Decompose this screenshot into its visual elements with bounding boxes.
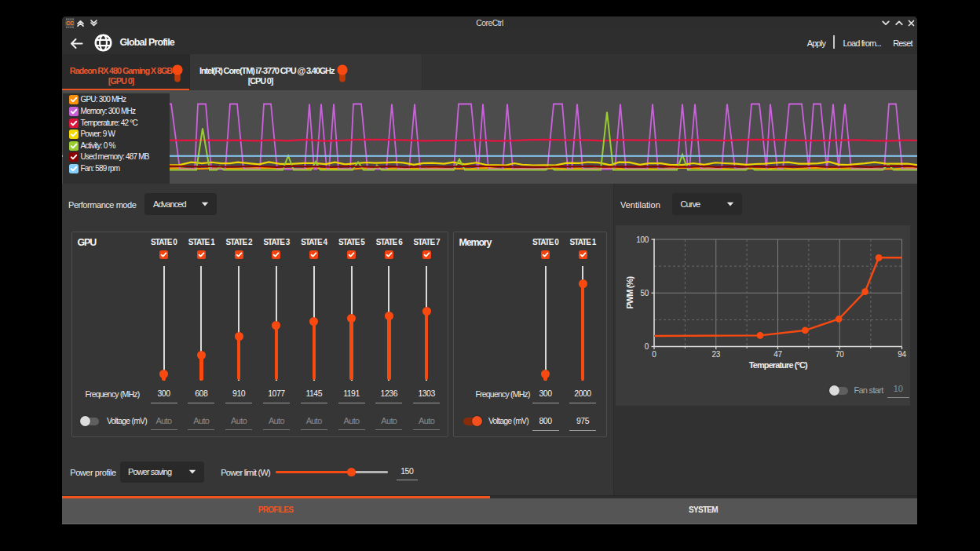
svg-text:50: 50: [640, 289, 649, 297]
svg-text:PWM (%): PWM (%): [625, 276, 634, 309]
svg-text:47: 47: [773, 350, 782, 359]
svg-text:100: 100: [636, 235, 649, 244]
svg-text:23: 23: [711, 350, 720, 359]
svg-text:0: 0: [645, 342, 649, 351]
svg-text:0: 0: [652, 350, 656, 359]
svg-text:Temperature (°C): Temperature (°C): [749, 360, 808, 370]
svg-text:70: 70: [836, 350, 844, 359]
svg-text:94: 94: [898, 350, 906, 359]
